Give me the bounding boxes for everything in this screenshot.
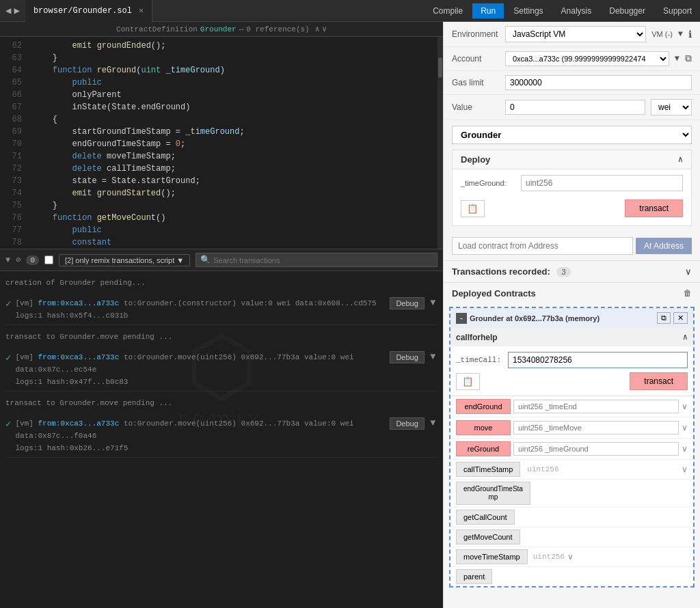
run-btn[interactable]: Run [472, 3, 504, 18]
move-btn[interactable]: move [456, 420, 511, 435]
deploy-clipboard-btn[interactable]: 📋 [461, 200, 485, 217]
search-input[interactable] [213, 256, 433, 264]
debug-btn-1[interactable]: Debug [390, 297, 424, 309]
account-row: Account 0xca3...a733c (99.99999999999922… [444, 47, 700, 71]
getmovecount-row: getMoveCount [450, 527, 693, 547]
support-btn[interactable]: Support [655, 3, 700, 18]
scrollbar-thumb[interactable] [438, 57, 442, 78]
contract-select[interactable]: Grounder [452, 126, 692, 144]
transactions-title-area: Transactions recorded: 3 [452, 266, 571, 277]
code-editor-top: 6263646566 6768697071 7273747576 7778798… [0, 37, 443, 249]
editor-scrollbar[interactable] [438, 37, 443, 249]
endground-btn[interactable]: endGround [456, 399, 511, 414]
tx-filter-checkbox[interactable] [44, 255, 53, 264]
value-unit-select[interactable]: wei [651, 99, 692, 115]
cf-transact-btn[interactable]: transact [630, 372, 688, 390]
tx2-chevron[interactable]: ▼ [429, 351, 438, 361]
forward-arrow[interactable]: ▶ [14, 5, 19, 16]
console-tx3: ✓ [vm] from:0xca3...a733c to:Grounder.mo… [5, 415, 438, 458]
code-line: function reGround(uint _timeGround) [33, 64, 432, 77]
nav-arrows: ◀ ▶ [0, 5, 25, 16]
instance-copy-btn[interactable]: ⧉ [657, 312, 671, 324]
chevron-down-icon[interactable]: ∨ [322, 25, 327, 33]
reground-chevron[interactable]: ∨ [682, 444, 688, 454]
environment-select[interactable]: JavaScript VM [505, 26, 646, 42]
code-line: state = State.startGround; [33, 175, 432, 187]
at-address-btn[interactable]: At Address [636, 238, 692, 254]
reground-input[interactable] [513, 442, 679, 456]
tx1-chevron[interactable]: ▼ [429, 297, 438, 307]
parent-btn[interactable]: parent [456, 569, 492, 584]
tx3-hash: logs:1 hash:0xb26...e71f5 [15, 442, 386, 454]
calltimestamp-row: callTimeStamp uint256 ∨ [450, 460, 693, 480]
cf-field-row: _timeCall: [456, 352, 688, 368]
transactions-section-header[interactable]: Transactions recorded: 3 ∨ [444, 260, 700, 282]
gas-limit-row: Gas limit [444, 71, 700, 95]
value-label: Value [452, 102, 500, 112]
stop-icon[interactable]: ⊘ [16, 255, 21, 265]
code-line: public [33, 77, 432, 89]
chevron-up-icon[interactable]: ∧ [315, 25, 320, 33]
transactions-chevron-icon[interactable]: ∨ [685, 266, 692, 277]
editor-bottom-bar: ▼ ⊘ 0 [2] only remix transactions, scrip… [0, 249, 443, 271]
deploy-actions: 📋 transact [461, 197, 683, 220]
reground-btn[interactable]: reGround [456, 441, 511, 456]
debug-btn-2[interactable]: Debug [390, 351, 424, 363]
vm-dropdown-icon[interactable]: ▼ [678, 29, 683, 39]
endgroundtimestamp-btn[interactable]: endGroundTimeStamp [456, 482, 530, 505]
callforhelp-title: callforhelp [456, 333, 498, 342]
toggle-down-icon[interactable]: ▼ [5, 255, 10, 265]
tx3-chevron[interactable]: ▼ [429, 417, 438, 428]
cf-clipboard-btn[interactable]: 📋 [456, 373, 480, 390]
account-copy-icon[interactable]: ⧉ [685, 53, 692, 64]
account-select[interactable]: 0xca3...a733c (99.99999999999922474 [505, 51, 669, 66]
value-input[interactable] [505, 100, 645, 115]
calltimestamp-btn[interactable]: callTimeStamp [456, 462, 520, 477]
movetimestamp-chevron[interactable]: ∨ [567, 552, 574, 562]
debug-btn-3[interactable]: Debug [390, 417, 424, 430]
instance-collapse-btn[interactable]: - [456, 313, 467, 324]
debugger-btn[interactable]: Debugger [601, 3, 654, 18]
deploy-header[interactable]: Deploy ∧ [453, 150, 691, 169]
back-arrow[interactable]: ◀ [5, 5, 11, 16]
tab-close-btn[interactable]: ✕ [139, 5, 144, 16]
move-chevron[interactable]: ∨ [682, 423, 688, 432]
success-icon-1: ✓ [5, 298, 11, 310]
compile-btn[interactable]: Compile [425, 3, 471, 18]
code-area[interactable]: emit groundEnded(); } function reGround(… [27, 37, 438, 249]
value-row: Value wei [444, 95, 700, 120]
console-pending2: transact to Grounder.move pending ... [5, 331, 438, 343]
active-tab[interactable]: browser/Grounder.sol ✕ [25, 0, 152, 22]
callforhelp-header[interactable]: callforhelp ∧ [450, 328, 693, 346]
callforhelp-chevron-icon[interactable]: ∧ [683, 332, 688, 342]
tx-filter-btn[interactable]: [2] only remix transactions, script ▼ [59, 254, 190, 266]
deploy-transact-btn[interactable]: transact [625, 199, 683, 217]
timecall-input[interactable] [508, 352, 688, 368]
search-box[interactable]: 🔍 [196, 253, 438, 267]
timeground-input[interactable] [521, 175, 683, 191]
console-tx1: ✓ [vm] from:0xca3...a733c to:Grounder.(c… [5, 294, 438, 325]
account-dropdown-icon[interactable]: ▼ [675, 54, 679, 64]
getcallcount-btn[interactable]: getCallCount [456, 510, 515, 525]
editor-split: ContractDefinition Grounder ↔ 0 referenc… [0, 22, 443, 608]
movetimestamp-btn[interactable]: moveTimeStamp [456, 549, 528, 564]
instance-close-btn[interactable]: ✕ [673, 312, 688, 324]
line-numbers: 6263646566 6768697071 7273747576 7778798… [0, 37, 27, 249]
contract-select-row: Grounder [452, 126, 692, 144]
info-icon[interactable]: ℹ [688, 29, 692, 40]
endground-chevron[interactable]: ∨ [682, 402, 688, 411]
tx-count-badge: 0 [26, 255, 39, 265]
trash-icon[interactable]: 🗑 [684, 288, 692, 299]
tx2-details: [vm] from:0xca3...a733c to:Grounder.move… [15, 351, 386, 376]
load-address-input[interactable] [452, 237, 633, 255]
endground-row: endGround ∨ [450, 396, 693, 417]
gas-limit-input[interactable] [505, 75, 692, 90]
code-line: delete callTimeStamp; [33, 163, 432, 175]
instance-name: Grounder at 0x692...77b3a (memory) [470, 314, 654, 322]
move-input[interactable] [513, 421, 679, 434]
analysis-btn[interactable]: Analysis [553, 3, 600, 18]
calltimestamp-chevron[interactable]: ∨ [682, 465, 688, 474]
endground-input[interactable] [513, 400, 679, 413]
settings-btn[interactable]: Settings [505, 3, 551, 18]
getmovecount-btn[interactable]: getMoveCount [456, 529, 520, 544]
